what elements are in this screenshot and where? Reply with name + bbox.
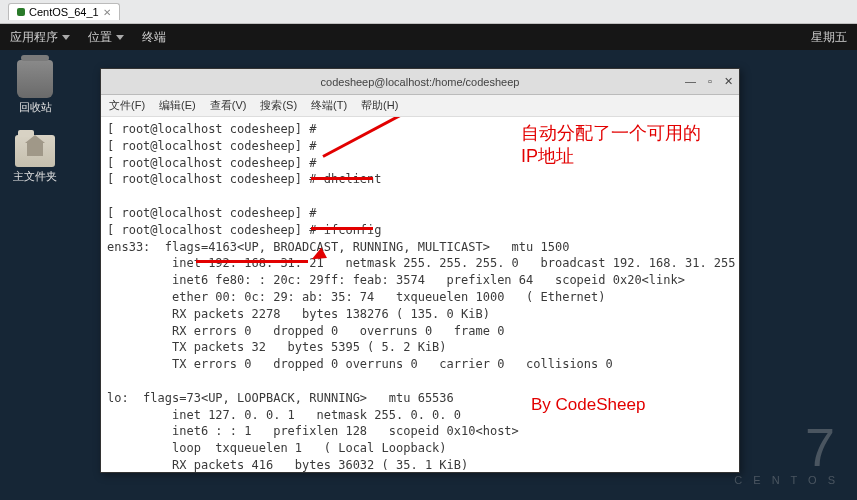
minimize-button[interactable]: —	[685, 75, 696, 88]
underline-ifconfig	[311, 227, 373, 230]
menu-file[interactable]: 文件(F)	[109, 98, 145, 113]
close-button[interactable]: ✕	[724, 75, 733, 88]
menu-edit[interactable]: 编辑(E)	[159, 98, 196, 113]
vmware-tab-bar: CentOS_64_1 ✕	[0, 0, 857, 24]
centos-watermark: 7 C E N T O S	[734, 420, 839, 486]
annotation-callout: 自动分配了一个可用的IP地址	[521, 122, 701, 169]
applications-label: 应用程序	[10, 29, 58, 46]
vm-tab[interactable]: CentOS_64_1 ✕	[8, 3, 120, 20]
tab-close-icon[interactable]: ✕	[103, 7, 111, 18]
window-controls: — ▫ ✕	[685, 75, 733, 88]
vm-tab-label: CentOS_64_1	[29, 6, 99, 18]
guest-desktop: 应用程序 位置 终端 星期五 回收站 主文件夹 7 C E N T O S	[0, 24, 857, 500]
terminal-menubar: 文件(F) 编辑(E) 查看(V) 搜索(S) 终端(T) 帮助(H)	[101, 95, 739, 117]
underline-ip	[196, 260, 308, 263]
clock-day[interactable]: 星期五	[811, 29, 847, 46]
maximize-button[interactable]: ▫	[708, 75, 712, 88]
home-label: 主文件夹	[13, 169, 57, 184]
terminal-window: codesheep@localhost:/home/codesheep — ▫ …	[100, 68, 740, 473]
places-label: 位置	[88, 29, 112, 46]
watermark-7: 7	[734, 420, 839, 474]
menu-terminal[interactable]: 终端	[142, 29, 166, 46]
home-icon	[27, 143, 43, 156]
menu-places[interactable]: 位置	[88, 29, 124, 46]
terminal-label: 终端	[142, 29, 166, 46]
menu-applications[interactable]: 应用程序	[10, 29, 70, 46]
gnome-top-bar: 应用程序 位置 终端 星期五	[0, 24, 857, 50]
terminal-title: codesheep@localhost:/home/codesheep	[321, 76, 520, 88]
folder-icon	[15, 135, 55, 167]
menu-view[interactable]: 查看(V)	[210, 98, 247, 113]
annotation-byline: By CodeSheep	[531, 393, 645, 417]
underline-dhclient	[311, 177, 373, 180]
chevron-down-icon	[116, 35, 124, 40]
annotation-arrow-line	[322, 117, 526, 158]
menu-search[interactable]: 搜索(S)	[260, 98, 297, 113]
trash-icon	[17, 60, 53, 98]
gnome-bar-left: 应用程序 位置 终端	[10, 29, 166, 46]
menu-terminal[interactable]: 终端(T)	[311, 98, 347, 113]
terminal-titlebar[interactable]: codesheep@localhost:/home/codesheep — ▫ …	[101, 69, 739, 95]
day-label: 星期五	[811, 29, 847, 46]
home-folder-launcher[interactable]: 主文件夹	[10, 135, 60, 184]
trash-icon-launcher[interactable]: 回收站	[10, 60, 60, 115]
terminal-body[interactable]: [ root@localhost codesheep] # [ root@loc…	[101, 117, 739, 472]
chevron-down-icon	[62, 35, 70, 40]
vm-power-icon	[17, 8, 25, 16]
desktop-icons: 回收站 主文件夹	[10, 60, 60, 184]
watermark-centos: C E N T O S	[734, 474, 839, 486]
terminal-output: [ root@localhost codesheep] # [ root@loc…	[107, 122, 736, 472]
menu-help[interactable]: 帮助(H)	[361, 98, 398, 113]
trash-label: 回收站	[19, 100, 52, 115]
